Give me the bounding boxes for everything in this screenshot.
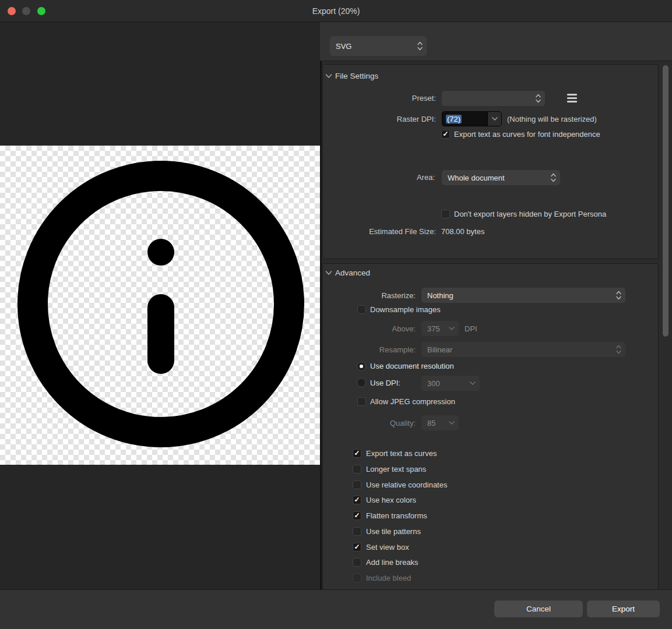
preset-select[interactable] [442,91,545,106]
stepper-icon [417,41,423,51]
check-icon: ✓ [353,512,361,520]
export-text-curves-font-label: Export text as curves for font independe… [454,130,600,139]
use-hex-colors-checkbox[interactable]: ✓ [353,496,361,504]
stepper-icon [616,291,621,300]
rasterize-select[interactable]: Nothing [421,288,625,303]
above-label: Above: [299,324,416,334]
export-text-as-curves-label: Export text as curves [366,449,437,458]
file-settings-header[interactable]: File Settings [335,72,378,81]
preset-menu-icon[interactable] [567,94,577,103]
preset-label: Preset: [319,94,436,103]
use-dpi-select-value: 300 [427,379,440,388]
chevron-down-icon [470,381,476,385]
flatten-transforms-label: Flatten transforms [366,511,427,521]
allow-jpeg-checkbox[interactable]: ✓ [357,397,366,406]
stepper-icon [536,94,541,103]
dont-export-hidden-checkbox[interactable]: ✓ [441,210,450,218]
advanced-header[interactable]: Advanced [335,268,370,278]
longer-text-spans-label: Longer text spans [366,465,426,474]
area-select-value: Whole document [448,174,505,182]
chevron-down-icon [449,327,455,330]
raster-dpi-label: Raster DPI: [319,115,436,124]
check-icon: ✓ [353,450,361,457]
chevron-down-icon [449,421,455,425]
export-button[interactable]: Export [587,600,660,617]
flatten-transforms-checkbox[interactable]: ✓ [353,511,361,520]
stepper-icon [616,345,621,354]
use-hex-colors-label: Use hex colors [366,496,416,505]
use-relative-coordinates-label: Use relative coordinates [366,480,447,490]
rasterize-label: Rasterize: [299,291,416,301]
estimated-size-label: Estimated File Size: [319,227,436,236]
footer-bar: Cancel Export [0,589,672,629]
check-icon: ✓ [442,130,449,138]
export-text-curves-font-checkbox[interactable]: ✓ [441,130,450,139]
use-relative-coordinates-checkbox[interactable]: ✓ [353,480,361,489]
use-document-resolution-radio[interactable] [357,362,366,371]
stepper-icon [551,173,556,182]
downsample-label: Downsample images [370,305,441,314]
cancel-button[interactable]: Cancel [494,600,583,617]
add-line-breaks-checkbox[interactable]: ✓ [353,558,361,567]
dont-export-hidden-label: Don't export layers hidden by Export Per… [454,210,606,219]
chevron-down-icon[interactable] [325,73,332,79]
radio-dot-icon [360,365,363,368]
add-line-breaks-label: Add line breaks [366,558,418,567]
use-dpi-select[interactable]: 300 [421,376,480,391]
above-select[interactable]: 375 [421,321,459,336]
preview-pasteboard [0,22,320,589]
above-dpi-suffix: DPI [465,324,477,334]
resample-select[interactable]: Bilinear [421,342,625,357]
use-document-resolution-label: Use document resolution [370,362,454,371]
chevron-down-icon [492,117,498,121]
check-icon: ✓ [353,496,361,504]
above-select-value: 375 [427,324,440,333]
export-dialog-window: Export (20%) SVG File Settings Preset: [0,0,672,629]
use-tile-patterns-checkbox[interactable]: ✓ [353,527,361,536]
estimated-size-value: 708.00 bytes [441,227,484,236]
check-icon: ✓ [353,543,361,551]
longer-text-spans-checkbox[interactable]: ✓ [353,465,361,473]
downsample-checkbox[interactable]: ✓ [357,305,366,314]
window-title: Export (20%) [0,0,672,22]
set-view-box-label: Set view box [366,543,409,552]
raster-dpi-input[interactable]: (72) [442,111,487,126]
format-select-value: SVG [336,42,351,51]
canvas-preview [0,146,320,465]
rasterize-select-value: Nothing [427,291,453,300]
export-text-as-curves-checkbox[interactable]: ✓ [353,449,361,458]
resample-label: Resample: [299,345,416,355]
include-bleed-checkbox: ✓ [353,574,361,582]
use-dpi-label: Use DPI: [370,379,400,388]
titlebar: Export (20%) [0,0,672,22]
raster-dpi-note: (Nothing will be rasterized) [507,115,597,124]
quality-select[interactable]: 85 [421,415,459,430]
area-select[interactable]: Whole document [442,170,560,185]
allow-jpeg-label: Allow JPEG compression [370,397,455,407]
set-view-box-checkbox[interactable]: ✓ [353,543,361,552]
area-label: Area: [318,173,435,182]
chevron-down-icon[interactable] [325,270,332,275]
format-select[interactable]: SVG [330,36,427,56]
raster-dpi-value: (72) [446,115,462,123]
raster-dpi-dropdown-button[interactable] [487,111,502,126]
scrollbar-thumb[interactable] [663,65,669,337]
quality-label: Quality: [299,419,416,428]
info-icon-artwork [0,146,320,465]
quality-select-value: 85 [427,419,435,427]
resample-select-value: Bilinear [427,345,452,354]
use-dpi-radio[interactable] [357,378,366,387]
use-tile-patterns-label: Use tile patterns [366,527,421,536]
include-bleed-label: Include bleed [366,574,411,583]
